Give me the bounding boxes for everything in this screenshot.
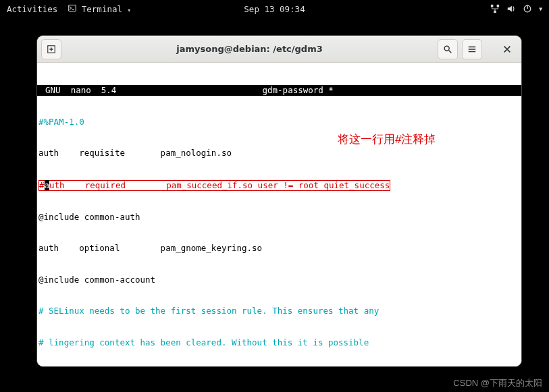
network-icon <box>490 4 500 13</box>
svg-point-6 <box>444 46 449 51</box>
editor-line: # lingering context has been cleared. Wi… <box>37 337 521 348</box>
close-icon <box>502 45 512 54</box>
annotation-text: 将这一行用#注释掉 <box>338 132 436 147</box>
svg-rect-0 <box>69 5 76 11</box>
hamburger-icon <box>467 45 477 54</box>
terminal-icon <box>68 4 76 12</box>
window-title: jamysong@debian: /etc/gdm3 <box>66 44 434 54</box>
terminal-content[interactable]: GNU nano 5.4gdm-password * #%PAM-1.0 aut… <box>37 63 521 366</box>
gnome-topbar: Activities Terminal Sep 13 09:34 ▼ <box>0 0 549 18</box>
editor-line: @include common-auth <box>37 212 521 223</box>
svg-rect-1 <box>491 5 494 7</box>
search-button[interactable] <box>438 39 458 59</box>
app-menu[interactable]: Terminal <box>68 4 131 14</box>
power-icon <box>523 4 532 13</box>
svg-rect-2 <box>497 5 500 7</box>
editor-line: #%PAM-1.0 <box>37 117 521 128</box>
editor-line: # SELinux needs to be the first session … <box>37 306 521 316</box>
nano-header: GNU nano 5.4gdm-password * <box>37 85 521 96</box>
terminal-window: jamysong@debian: /etc/gdm3 GNU nano 5.4g… <box>36 35 522 367</box>
activities-button[interactable]: Activities <box>7 4 57 14</box>
system-tray[interactable]: ▼ <box>490 4 542 13</box>
new-tab-button[interactable] <box>41 39 61 59</box>
editor-line: auth optional pam_gnome_keyring.so <box>37 243 521 254</box>
close-button[interactable] <box>497 39 517 59</box>
editor-line: @include common-account <box>37 275 521 285</box>
search-icon <box>443 45 452 54</box>
editor-line: auth requisite pam_nologin.so <box>37 148 521 159</box>
editor-line-highlighted: #auth required pam_succeed_if.so user !=… <box>37 179 521 191</box>
window-titlebar: jamysong@debian: /etc/gdm3 <box>37 36 521 63</box>
svg-rect-3 <box>494 11 496 13</box>
clock[interactable]: Sep 13 09:34 <box>244 4 305 14</box>
watermark: CSDN @下雨天的太阳 <box>453 377 542 389</box>
volume-icon <box>506 4 516 13</box>
menu-button[interactable] <box>462 39 482 59</box>
